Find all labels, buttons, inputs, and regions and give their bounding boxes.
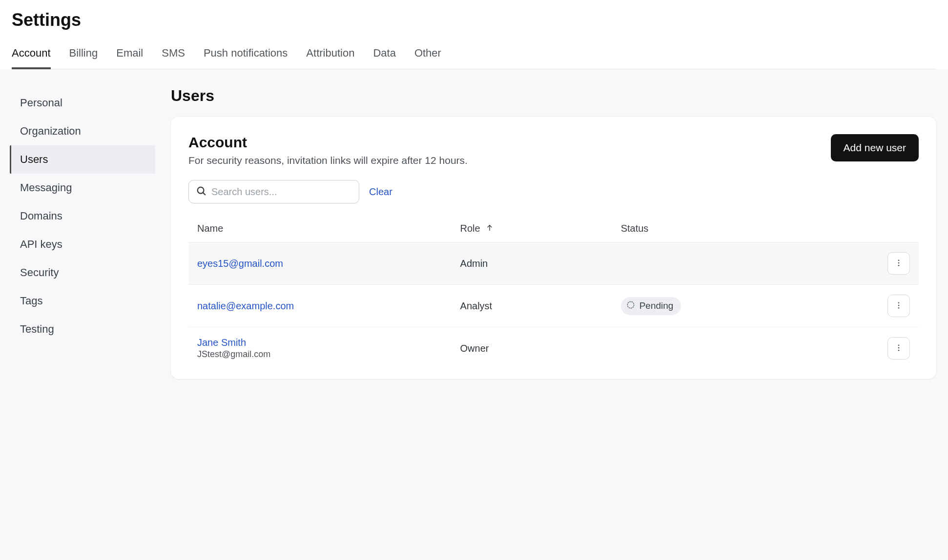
pending-icon — [626, 300, 636, 312]
row-actions-button[interactable] — [887, 337, 910, 360]
user-status: Pending — [612, 285, 831, 327]
page-title: Settings — [12, 10, 936, 30]
more-vertical-icon — [894, 343, 903, 354]
svg-point-10 — [898, 344, 900, 346]
search-row: Clear — [188, 180, 919, 203]
card-title: Account — [188, 134, 468, 151]
user-status — [612, 242, 831, 285]
column-header-actions — [831, 215, 919, 242]
sidebar-item-organization[interactable]: Organization — [10, 117, 155, 145]
svg-point-6 — [627, 301, 634, 308]
svg-point-7 — [898, 302, 900, 303]
main: Users Account For security reasons, invi… — [161, 83, 948, 560]
sidebar-item-security[interactable]: Security — [10, 259, 155, 287]
page-header: Settings Account Billing Email SMS Push … — [0, 0, 948, 69]
user-name-link[interactable]: natalie@example.com — [197, 300, 443, 312]
svg-point-3 — [898, 260, 900, 261]
sidebar-item-api-keys[interactable]: API keys — [10, 230, 155, 259]
user-status — [612, 327, 831, 370]
svg-point-4 — [898, 262, 900, 263]
table-row: natalie@example.com Analyst Pending — [188, 285, 919, 327]
sidebar: Personal Organization Users Messaging Do… — [0, 83, 161, 560]
users-table: Name Role Status — [188, 215, 919, 369]
tab-email[interactable]: Email — [116, 42, 143, 69]
tab-account[interactable]: Account — [12, 42, 51, 69]
tab-push-notifications[interactable]: Push notifications — [204, 42, 288, 69]
sidebar-item-personal[interactable]: Personal — [10, 89, 155, 117]
column-header-status[interactable]: Status — [612, 215, 831, 242]
main-title: Users — [171, 87, 936, 105]
search-box[interactable] — [188, 180, 359, 203]
card-heading-block: Account For security reasons, invitation… — [188, 134, 468, 166]
sidebar-item-testing[interactable]: Testing — [10, 315, 155, 343]
row-actions-button[interactable] — [887, 295, 910, 317]
clear-search-link[interactable]: Clear — [369, 186, 392, 198]
svg-point-5 — [898, 264, 900, 266]
content-area: Personal Organization Users Messaging Do… — [0, 69, 948, 560]
row-actions-button[interactable] — [887, 252, 910, 275]
user-role: Analyst — [452, 285, 612, 327]
sidebar-item-domains[interactable]: Domains — [10, 202, 155, 230]
table-row: eyes15@gmail.com Admin — [188, 242, 919, 285]
search-input[interactable] — [211, 186, 352, 198]
svg-point-12 — [898, 349, 900, 351]
table-row: Jane Smith JStest@gmail.com Owner — [188, 327, 919, 370]
tab-attribution[interactable]: Attribution — [306, 42, 354, 69]
status-badge-pending: Pending — [621, 297, 681, 315]
sidebar-item-messaging[interactable]: Messaging — [10, 174, 155, 202]
user-email: JStest@gmail.com — [197, 349, 443, 360]
more-vertical-icon — [894, 301, 903, 311]
user-name-link[interactable]: eyes15@gmail.com — [197, 258, 443, 269]
sidebar-item-users[interactable]: Users — [10, 145, 155, 174]
user-role: Owner — [452, 327, 612, 370]
user-name-link[interactable]: Jane Smith — [197, 337, 443, 348]
more-vertical-icon — [894, 259, 903, 269]
column-header-role-label: Role — [460, 223, 480, 234]
user-role: Admin — [452, 242, 612, 285]
search-icon — [196, 185, 206, 198]
svg-point-9 — [898, 307, 900, 308]
sidebar-item-tags[interactable]: Tags — [10, 287, 155, 315]
svg-line-1 — [203, 193, 205, 195]
add-new-user-button[interactable]: Add new user — [831, 134, 919, 161]
svg-point-8 — [898, 304, 900, 306]
status-badge-label: Pending — [639, 300, 674, 311]
users-card: Account For security reasons, invitation… — [171, 117, 936, 379]
tab-sms[interactable]: SMS — [162, 42, 185, 69]
svg-point-11 — [898, 347, 900, 348]
tab-other[interactable]: Other — [414, 42, 441, 69]
tab-data[interactable]: Data — [373, 42, 395, 69]
sort-ascending-icon — [486, 223, 494, 234]
column-header-role[interactable]: Role — [452, 215, 612, 242]
tab-billing[interactable]: Billing — [69, 42, 98, 69]
tab-bar: Account Billing Email SMS Push notificat… — [12, 42, 936, 69]
column-header-name[interactable]: Name — [188, 215, 452, 242]
card-subtitle: For security reasons, invitation links w… — [188, 155, 468, 166]
card-header: Account For security reasons, invitation… — [188, 134, 919, 166]
